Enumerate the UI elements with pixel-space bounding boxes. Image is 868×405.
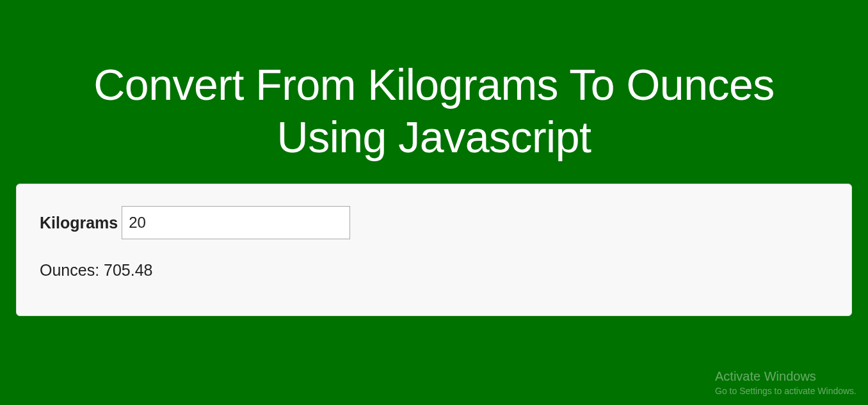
converter-card: Kilograms Ounces: 705.48: [16, 184, 852, 316]
ounces-value: 705.48: [104, 261, 152, 279]
kilograms-label: Kilograms: [40, 214, 118, 232]
output-row: Ounces: 705.48: [40, 261, 828, 280]
windows-activation-watermark: Activate Windows Go to Settings to activ…: [715, 368, 856, 397]
ounces-label: Ounces:: [40, 261, 99, 279]
title-line-2: Using Javascript: [277, 113, 591, 161]
kilograms-input[interactable]: [122, 206, 350, 239]
input-row: Kilograms: [40, 206, 828, 239]
page-title: Convert From Kilograms To Ounces Using J…: [0, 0, 868, 163]
watermark-subtitle: Go to Settings to activate Windows.: [715, 385, 856, 397]
watermark-title: Activate Windows: [715, 368, 856, 385]
title-line-1: Convert From Kilograms To Ounces: [93, 60, 775, 109]
